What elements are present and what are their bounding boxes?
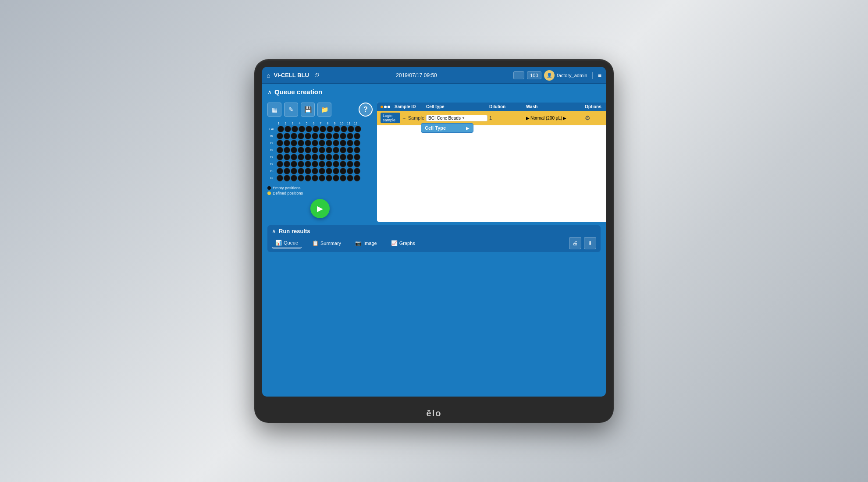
- well-A11[interactable]: [348, 126, 354, 132]
- well-F2[interactable]: [284, 161, 290, 167]
- well-C6[interactable]: [312, 140, 318, 146]
- well-B4[interactable]: [298, 133, 304, 139]
- grid-button[interactable]: ▦: [267, 103, 281, 117]
- well-D7[interactable]: [319, 147, 325, 153]
- well-A3[interactable]: [292, 126, 298, 132]
- well-H1[interactable]: [277, 175, 283, 181]
- well-G7[interactable]: [319, 168, 325, 174]
- well-D2[interactable]: [284, 147, 290, 153]
- well-C12[interactable]: [354, 140, 360, 146]
- well-E5[interactable]: [305, 154, 311, 160]
- tab-queue[interactable]: 📊 Queue: [272, 238, 302, 248]
- well-H6[interactable]: [312, 175, 318, 181]
- well-B5[interactable]: [305, 133, 311, 139]
- queue-chevron-icon[interactable]: ∧: [267, 89, 272, 96]
- well-H2[interactable]: [284, 175, 290, 181]
- well-B8[interactable]: [326, 133, 332, 139]
- well-G1[interactable]: [277, 168, 283, 174]
- well-D6[interactable]: [312, 147, 318, 153]
- edit-button[interactable]: ✎: [284, 103, 298, 117]
- well-G10[interactable]: [340, 168, 346, 174]
- well-H5[interactable]: [305, 175, 311, 181]
- well-B10[interactable]: [340, 133, 346, 139]
- minimize-button[interactable]: —: [513, 71, 524, 79]
- well-E6[interactable]: [312, 154, 318, 160]
- well-B6[interactable]: [312, 133, 318, 139]
- well-A7[interactable]: [320, 126, 326, 132]
- well-G4[interactable]: [298, 168, 304, 174]
- well-E8[interactable]: [326, 154, 332, 160]
- well-C3[interactable]: [291, 140, 297, 146]
- well-D12[interactable]: [354, 147, 360, 153]
- well-F11[interactable]: [347, 161, 353, 167]
- well-E3[interactable]: [291, 154, 297, 160]
- gear-icon[interactable]: ⚙: [585, 114, 591, 121]
- well-G12[interactable]: [354, 168, 360, 174]
- well-E10[interactable]: [340, 154, 346, 160]
- well-G9[interactable]: [333, 168, 339, 174]
- well-H9[interactable]: [333, 175, 339, 181]
- play-button[interactable]: ▶: [310, 199, 330, 218]
- well-H8[interactable]: [326, 175, 332, 181]
- well-B2[interactable]: [284, 133, 290, 139]
- well-G8[interactable]: [326, 168, 332, 174]
- well-B1[interactable]: [277, 133, 283, 139]
- well-C4[interactable]: [298, 140, 304, 146]
- well-G11[interactable]: [347, 168, 353, 174]
- well-G2[interactable]: [284, 168, 290, 174]
- help-button[interactable]: ?: [359, 103, 373, 117]
- run-results-chevron[interactable]: ∧: [272, 228, 276, 234]
- well-E1[interactable]: [277, 154, 283, 160]
- well-B7[interactable]: [319, 133, 325, 139]
- well-F12[interactable]: [354, 161, 360, 167]
- well-D10[interactable]: [340, 147, 346, 153]
- well-C1[interactable]: [277, 140, 283, 146]
- well-C5[interactable]: [305, 140, 311, 146]
- well-D9[interactable]: [333, 147, 339, 153]
- well-C8[interactable]: [326, 140, 332, 146]
- well-A10[interactable]: [341, 126, 347, 132]
- well-B11[interactable]: [347, 133, 353, 139]
- well-H4[interactable]: [298, 175, 304, 181]
- well-E2[interactable]: [284, 154, 290, 160]
- well-A5[interactable]: [306, 126, 312, 132]
- well-B3[interactable]: [291, 133, 297, 139]
- cell-type-popup[interactable]: Cell Type ▶: [421, 123, 473, 133]
- well-C11[interactable]: [347, 140, 353, 146]
- login-badge[interactable]: Login sample: [381, 113, 400, 123]
- well-F6[interactable]: [312, 161, 318, 167]
- well-D8[interactable]: [326, 147, 332, 153]
- well-D5[interactable]: [305, 147, 311, 153]
- well-E4[interactable]: [298, 154, 304, 160]
- well-F9[interactable]: [333, 161, 339, 167]
- well-G3[interactable]: [291, 168, 297, 174]
- well-A12[interactable]: [355, 126, 361, 132]
- tab-graphs[interactable]: 📈 Graphs: [388, 238, 419, 248]
- well-A9[interactable]: [334, 126, 340, 132]
- well-B9[interactable]: [333, 133, 339, 139]
- well-E11[interactable]: [347, 154, 353, 160]
- menu-button[interactable]: ≡: [598, 72, 601, 79]
- well-B12[interactable]: [354, 133, 360, 139]
- well-D4[interactable]: [298, 147, 304, 153]
- well-H12[interactable]: [354, 175, 360, 181]
- folder-button[interactable]: 📁: [317, 103, 331, 117]
- well-E7[interactable]: [319, 154, 325, 160]
- well-F10[interactable]: [340, 161, 346, 167]
- well-F1[interactable]: [277, 161, 283, 167]
- save-button[interactable]: 💾: [301, 103, 315, 117]
- well-A8[interactable]: [327, 126, 333, 132]
- cell-type-dropdown[interactable]: BCI Conc Beads ▼: [426, 115, 487, 121]
- well-C10[interactable]: [340, 140, 346, 146]
- well-A1[interactable]: [277, 126, 284, 132]
- well-A6[interactable]: [313, 126, 319, 132]
- well-F7[interactable]: [319, 161, 325, 167]
- well-E9[interactable]: [333, 154, 339, 160]
- well-D3[interactable]: [291, 147, 297, 153]
- well-A4[interactable]: [299, 126, 305, 132]
- well-D11[interactable]: [347, 147, 353, 153]
- well-F4[interactable]: [298, 161, 304, 167]
- well-G6[interactable]: [312, 168, 318, 174]
- tab-summary[interactable]: 📋 Summary: [309, 238, 345, 248]
- well-F3[interactable]: [291, 161, 297, 167]
